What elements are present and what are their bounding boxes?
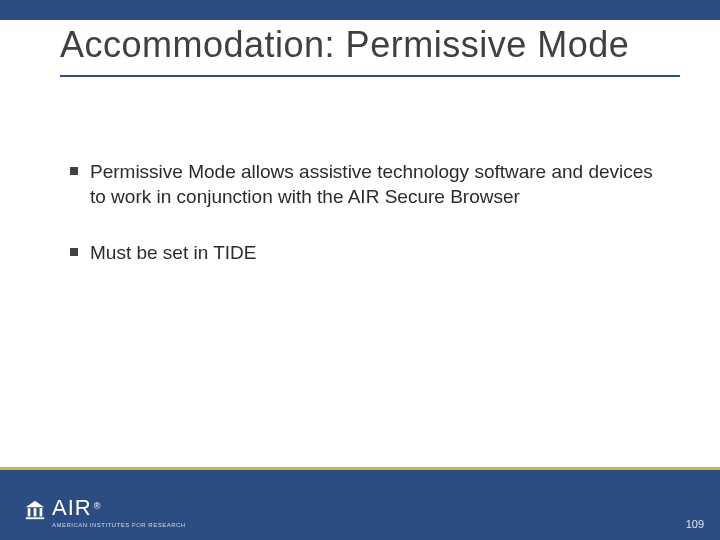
- svg-marker-4: [26, 501, 44, 507]
- svg-rect-2: [34, 508, 37, 516]
- square-bullet-icon: [70, 248, 78, 256]
- slide: Accommodation: Permissive Mode Permissiv…: [0, 0, 720, 540]
- registered-mark: ®: [94, 501, 101, 511]
- title-block: Accommodation: Permissive Mode: [60, 24, 680, 77]
- logo-text: AIR: [52, 495, 92, 520]
- svg-rect-1: [28, 508, 31, 516]
- logo-text-line: AIR®: [52, 497, 186, 519]
- page-number: 109: [686, 518, 704, 530]
- bullet-item: Permissive Mode allows assistive technol…: [70, 160, 660, 209]
- logo-text-wrap: AIR® AMERICAN INSTITUTES FOR RESEARCH: [52, 497, 186, 528]
- svg-rect-3: [40, 508, 43, 516]
- top-color-band: [0, 0, 720, 20]
- slide-title: Accommodation: Permissive Mode: [60, 24, 680, 65]
- square-bullet-icon: [70, 167, 78, 175]
- title-underline: [60, 75, 680, 77]
- bullet-item: Must be set in TIDE: [70, 241, 660, 266]
- footer-band: AIR® AMERICAN INSTITUTES FOR RESEARCH 10…: [0, 470, 720, 540]
- air-logo: AIR® AMERICAN INSTITUTES FOR RESEARCH: [24, 497, 186, 528]
- bullet-text: Must be set in TIDE: [90, 241, 257, 266]
- logo-subtext: AMERICAN INSTITUTES FOR RESEARCH: [52, 522, 186, 528]
- institute-column-icon: [24, 499, 46, 521]
- content-area: Permissive Mode allows assistive technol…: [70, 160, 660, 298]
- svg-rect-0: [26, 517, 44, 519]
- bullet-text: Permissive Mode allows assistive technol…: [90, 160, 660, 209]
